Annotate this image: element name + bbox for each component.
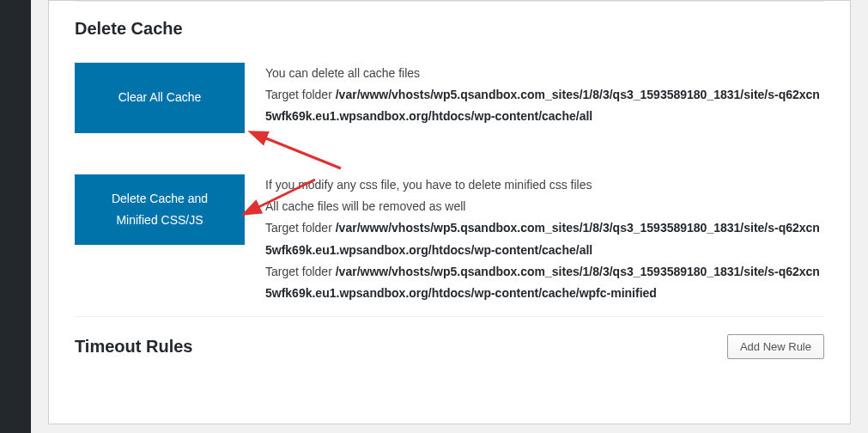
delete-minified-description: If you modify any css file, you have to …	[245, 174, 824, 304]
target-folder-path-1: /var/www/vhosts/wp5.qsandbox.com_sites/1…	[265, 221, 820, 256]
timeout-rules-title: Timeout Rules	[75, 337, 192, 357]
delete-cache-title: Delete Cache	[49, 2, 850, 47]
clear-all-target-line: Target folder /var/www/vhosts/wp5.qsandb…	[265, 84, 824, 127]
clear-all-description: You can delete all cache files Target fo…	[245, 63, 824, 128]
admin-sidebar	[0, 0, 31, 433]
target-folder-label: Target folder	[265, 88, 332, 101]
delete-minified-row: Delete Cache and Minified CSS/JS If you …	[49, 159, 850, 304]
target-folder-label-1: Target folder	[265, 221, 332, 235]
clear-all-cache-button[interactable]: Clear All Cache	[75, 63, 245, 133]
minified-target-line-2: Target folder /var/www/vhosts/wp5.qsandb…	[265, 261, 824, 304]
clear-all-cache-row: Clear All Cache You can delete all cache…	[49, 47, 850, 159]
target-folder-label-2: Target folder	[265, 265, 332, 278]
delete-cache-minified-button[interactable]: Delete Cache and Minified CSS/JS	[75, 174, 245, 245]
target-folder-path-2: /var/www/vhosts/wp5.qsandbox.com_sites/1…	[265, 265, 820, 300]
minified-target-line-1: Target folder /var/www/vhosts/wp5.qsandb…	[265, 217, 824, 260]
timeout-rules-section: Timeout Rules Add New Rule	[49, 317, 850, 368]
main-content-area: Delete Cache Clear All Cache You can del…	[31, 0, 868, 433]
minified-desc-2: All cache files will be removed as well	[265, 196, 824, 217]
clear-all-cache-label: Clear All Cache	[118, 87, 202, 108]
settings-panel: Delete Cache Clear All Cache You can del…	[48, 0, 851, 424]
delete-minified-label-1: Delete Cache and	[112, 188, 208, 210]
target-folder-path: /var/www/vhosts/wp5.qsandbox.com_sites/1…	[265, 88, 820, 123]
minified-desc-1: If you modify any css file, you have to …	[265, 174, 824, 196]
clear-all-desc-text: You can delete all cache files	[265, 63, 824, 84]
delete-minified-label-2: Minified CSS/JS	[116, 210, 203, 231]
add-new-rule-button[interactable]: Add New Rule	[727, 334, 824, 359]
